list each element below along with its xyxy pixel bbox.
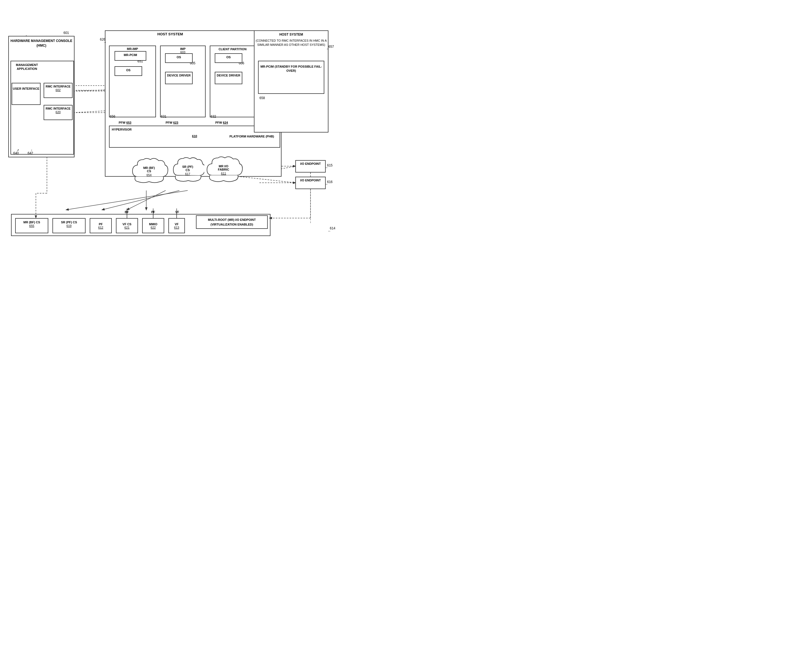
svg-text:CS: CS — [147, 170, 151, 173]
ref-631: 631 — [161, 115, 166, 118]
user-interface-label: USER INTERFACE — [12, 87, 40, 90]
svg-text:MR I/O: MR I/O — [219, 165, 229, 168]
pfw-624-label: PFW 624 — [215, 121, 228, 124]
ref-640-arrow: ↗ — [17, 148, 19, 152]
device-driver-imp-box: DEVICE DRIVER — [165, 72, 193, 84]
platform-hw-label: PLATFORM HARDWARE (PHB) — [229, 134, 274, 138]
ref-616-arrow: ← — [325, 182, 328, 186]
ref-632: 632 — [211, 115, 216, 118]
ref-601: 601 — [64, 31, 69, 35]
io-endpoint-2-label: I/O ENDPOINT — [296, 178, 325, 182]
svg-line-13 — [66, 191, 188, 210]
bottom-boxes-border — [11, 214, 270, 236]
mr-pcim-label: MR-PCIM — [115, 53, 146, 57]
pfw-623-label: PFW 623 — [166, 121, 178, 124]
pf-label: PF — [151, 210, 155, 214]
io-endpoint-2-box: I/O ENDPOINT — [295, 177, 326, 189]
rmc-interface-2-box: RMC INTERFACE 620 — [44, 105, 73, 120]
mr-pcim-standby-box: MR-PCIM (STANDBY FOR POSSIBLE FAIL-OVER) — [258, 61, 324, 94]
vf-label: VF — [175, 210, 179, 214]
os-client-box: OS — [215, 53, 242, 63]
ref-602: 602 — [44, 89, 72, 92]
device-driver-client-box: DEVICE DRIVER — [215, 72, 242, 84]
os-mrimp-label: OS — [115, 69, 142, 72]
svg-text:654: 654 — [147, 173, 151, 177]
io-endpoint-1-label: I/O ENDPOINT — [296, 162, 325, 166]
ref-610: 610 — [192, 134, 197, 138]
mr-io-fabric-cloud: MR I/O FABRIC 611 — [204, 152, 243, 185]
ref-642: 642 — [27, 151, 33, 155]
ref-657-arrow: ← — [326, 47, 330, 51]
ref-615-arrow: ← — [325, 166, 328, 170]
bf-label: BF — [125, 210, 129, 214]
svg-text:CS: CS — [185, 168, 189, 172]
device-driver-client-label: DEVICE DRIVER — [215, 73, 242, 77]
hmc-title: HARDWARE MANAGEMENT CONSOLE (HMC) — [9, 39, 74, 48]
svg-text:SR (PF): SR (PF) — [182, 165, 193, 168]
mr-pcim-box: MR-PCIM — [114, 51, 146, 61]
host-system-2-title: HOST SYSTEM — [255, 32, 328, 37]
ref-658: 658 — [259, 96, 265, 100]
svg-text:611: 611 — [221, 172, 226, 175]
svg-line-20 — [240, 177, 295, 183]
mr-bf-cs-cloud: MR (BF) CS 654 — [130, 154, 168, 185]
io-endpoint-1-box: I/O ENDPOINT — [295, 160, 326, 173]
mr-imp-label: MR-IMP — [110, 47, 156, 50]
imp-label: IMP — [161, 47, 205, 50]
svg-text:MR (BF): MR (BF) — [143, 166, 155, 170]
host-system-title: HOST SYSTEM — [157, 32, 183, 36]
rmc-interface-2-label: RMC INTERFACE — [44, 107, 72, 110]
rmc-interface-1-label: RMC INTERFACE — [44, 84, 72, 89]
os-imp-label: OS — [166, 55, 192, 59]
rmc-interface-1-box: RMC INTERFACE 602 — [44, 83, 73, 98]
os-mrimp-box: OS — [114, 66, 142, 76]
ref-626-arrow: → — [103, 40, 107, 44]
ref-642-arrow: ↑ — [31, 148, 32, 152]
host2-desc: (CONNECTED TO RMC INTERFACES IN HMC IN A… — [255, 38, 328, 48]
pfw-653-label: PFW 653 — [119, 121, 131, 124]
device-driver-imp-label: DEVICE DRIVER — [166, 73, 192, 77]
ref-656: 656 — [110, 115, 115, 118]
svg-text:FABRIC: FABRIC — [218, 168, 229, 171]
svg-line-12 — [102, 191, 179, 210]
os-client-label: OS — [215, 55, 242, 59]
os-imp-box: OS — [165, 53, 193, 63]
mrpcim-standby-label: MR-PCIM (STANDBY FOR POSSIBLE FAIL-OVER) — [259, 64, 324, 74]
mgmt-app-label: MANAGEMENT APPLICATION — [14, 63, 40, 71]
svg-line-11 — [127, 191, 166, 210]
ref-620: 620 — [44, 110, 72, 114]
ref-614-arrow: ← — [328, 229, 331, 233]
svg-text:617: 617 — [185, 172, 190, 176]
sr-pf-cs-cloud: SR (PF) CS 617 — [171, 154, 204, 185]
hypervisor-label: HYPERVISOR — [112, 128, 132, 131]
diagram-container: 609 ↓ 601 ↙ HARDWARE MANAGEMENT CONSOLE … — [0, 0, 342, 265]
client-partition-label: CLIENT PARTITION — [210, 47, 255, 51]
user-interface-box: USER INTERFACE — [12, 83, 41, 105]
